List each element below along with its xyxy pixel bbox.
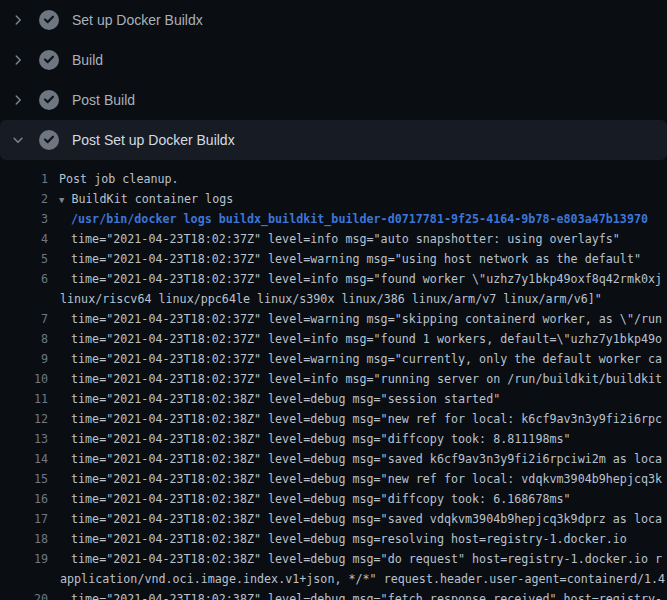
log-line-number[interactable]: 12 bbox=[0, 409, 48, 429]
step-row-set-up-docker-buildx[interactable]: Set up Docker Buildx bbox=[0, 0, 667, 40]
step-row-post-build[interactable]: Post Build bbox=[0, 80, 667, 120]
log-line-number[interactable]: 3 bbox=[0, 209, 48, 229]
log-line-number[interactable]: 9 bbox=[0, 349, 48, 369]
log-line-text: time="2021-04-23T18:02:38Z" level=debug … bbox=[71, 549, 662, 569]
log-row: 3/usr/bin/docker logs buildx_buildkit_bu… bbox=[0, 209, 667, 229]
log-line-number[interactable]: 4 bbox=[0, 229, 48, 249]
log-line-text: time="2021-04-23T18:02:37Z" level=warnin… bbox=[71, 309, 662, 329]
log-line-number[interactable]: 13 bbox=[0, 429, 48, 449]
log-line-number bbox=[0, 569, 48, 589]
step-row-post-set-up-docker-buildx[interactable]: Post Set up Docker Buildx bbox=[0, 120, 667, 160]
log-line-number[interactable]: 11 bbox=[0, 389, 48, 409]
log-row-wrap: linux/riscv64 linux/ppc64le linux/s390x … bbox=[0, 289, 667, 309]
log-line-text: time="2021-04-23T18:02:37Z" level=warnin… bbox=[71, 249, 641, 269]
log-line-number bbox=[0, 289, 48, 309]
log-row: 11time="2021-04-23T18:02:38Z" level=debu… bbox=[0, 389, 667, 409]
log-line-number[interactable]: 16 bbox=[0, 489, 48, 509]
log-line-text: time="2021-04-23T18:02:38Z" level=debug … bbox=[71, 489, 571, 509]
log-line-number[interactable]: 7 bbox=[0, 309, 48, 329]
log-line-number[interactable]: 1 bbox=[0, 169, 48, 189]
log-line-text: ▼BuildKit container logs bbox=[59, 189, 233, 209]
log-lines: 1Post job cleanup.2▼BuildKit container l… bbox=[0, 160, 667, 600]
log-row: 2▼BuildKit container logs bbox=[0, 189, 667, 209]
log-line-number[interactable]: 8 bbox=[0, 329, 48, 349]
log-line-text: linux/riscv64 linux/ppc64le linux/s390x … bbox=[60, 289, 602, 309]
log-line-text: Post job cleanup. bbox=[59, 169, 179, 189]
log-row: 9time="2021-04-23T18:02:37Z" level=warni… bbox=[0, 349, 667, 369]
log-line-text: time="2021-04-23T18:02:38Z" level=debug … bbox=[71, 429, 571, 449]
chevron-right-icon[interactable] bbox=[10, 92, 26, 108]
log-line-text: time="2021-04-23T18:02:37Z" level=info m… bbox=[71, 229, 620, 249]
log-row: 5time="2021-04-23T18:02:37Z" level=warni… bbox=[0, 249, 667, 269]
log-row: 8time="2021-04-23T18:02:37Z" level=info … bbox=[0, 329, 667, 349]
log-line-number[interactable]: 18 bbox=[0, 529, 48, 549]
log-line-text: time="2021-04-23T18:02:38Z" level=debug … bbox=[71, 589, 662, 600]
step-list: Set up Docker BuildxBuildPost BuildPost … bbox=[0, 0, 667, 160]
log-line-text: time="2021-04-23T18:02:38Z" level=debug … bbox=[71, 469, 662, 489]
workflow-log-pane: Set up Docker BuildxBuildPost BuildPost … bbox=[0, 0, 667, 600]
log-row: 6time="2021-04-23T18:02:37Z" level=info … bbox=[0, 269, 667, 289]
log-row: 16time="2021-04-23T18:02:38Z" level=debu… bbox=[0, 489, 667, 509]
log-row: 19time="2021-04-23T18:02:38Z" level=debu… bbox=[0, 549, 667, 569]
group-title[interactable]: BuildKit container logs bbox=[71, 192, 233, 206]
log-row: 10time="2021-04-23T18:02:37Z" level=info… bbox=[0, 369, 667, 389]
log-row: 1Post job cleanup. bbox=[0, 169, 667, 189]
log-command-text: /usr/bin/docker logs buildx_buildkit_bui… bbox=[71, 209, 648, 229]
log-row: 12time="2021-04-23T18:02:38Z" level=debu… bbox=[0, 409, 667, 429]
chevron-down-icon[interactable] bbox=[10, 132, 26, 148]
group-toggle-icon[interactable]: ▼ bbox=[59, 195, 64, 205]
log-row: 4time="2021-04-23T18:02:37Z" level=info … bbox=[0, 229, 667, 249]
log-line-text: time="2021-04-23T18:02:38Z" level=debug … bbox=[71, 409, 662, 429]
log-line-text: time="2021-04-23T18:02:37Z" level=info m… bbox=[71, 269, 662, 289]
log-line-text: time="2021-04-23T18:02:38Z" level=debug … bbox=[71, 449, 662, 469]
chevron-right-icon[interactable] bbox=[10, 12, 26, 28]
log-line-text: time="2021-04-23T18:02:37Z" level=warnin… bbox=[71, 349, 662, 369]
step-label: Set up Docker Buildx bbox=[72, 12, 203, 28]
log-line-text: time="2021-04-23T18:02:37Z" level=info m… bbox=[71, 369, 662, 389]
check-circle-icon bbox=[39, 10, 59, 30]
log-line-number[interactable]: 14 bbox=[0, 449, 48, 469]
log-line-number[interactable]: 6 bbox=[0, 269, 48, 289]
check-circle-icon bbox=[39, 130, 59, 150]
log-row: 13time="2021-04-23T18:02:38Z" level=debu… bbox=[0, 429, 667, 449]
log-line-number[interactable]: 10 bbox=[0, 369, 48, 389]
check-circle-icon bbox=[39, 90, 59, 110]
chevron-right-icon[interactable] bbox=[10, 52, 26, 68]
log-line-text: application/vnd.oci.image.index.v1+json,… bbox=[60, 569, 665, 589]
log-row: 20time="2021-04-23T18:02:38Z" level=debu… bbox=[0, 589, 667, 600]
log-row-wrap: application/vnd.oci.image.index.v1+json,… bbox=[0, 569, 667, 589]
step-label: Post Set up Docker Buildx bbox=[72, 132, 235, 148]
log-line-text: time="2021-04-23T18:02:38Z" level=debug … bbox=[71, 509, 662, 529]
step-label: Build bbox=[72, 52, 103, 68]
log-line-text: time="2021-04-23T18:02:38Z" level=debug … bbox=[71, 529, 627, 549]
check-circle-icon bbox=[39, 50, 59, 70]
log-line-number[interactable]: 17 bbox=[0, 509, 48, 529]
step-row-build[interactable]: Build bbox=[0, 40, 667, 80]
log-line-number[interactable]: 2 bbox=[0, 189, 48, 209]
log-line-number[interactable]: 15 bbox=[0, 469, 48, 489]
log-row: 15time="2021-04-23T18:02:38Z" level=debu… bbox=[0, 469, 667, 489]
log-line-number[interactable]: 19 bbox=[0, 549, 48, 569]
log-line-text: time="2021-04-23T18:02:38Z" level=debug … bbox=[71, 389, 500, 409]
log-row: 14time="2021-04-23T18:02:38Z" level=debu… bbox=[0, 449, 667, 469]
step-label: Post Build bbox=[72, 92, 135, 108]
log-line-number[interactable]: 5 bbox=[0, 249, 48, 269]
log-row: 7time="2021-04-23T18:02:37Z" level=warni… bbox=[0, 309, 667, 329]
log-row: 17time="2021-04-23T18:02:38Z" level=debu… bbox=[0, 509, 667, 529]
log-row: 18time="2021-04-23T18:02:38Z" level=debu… bbox=[0, 529, 667, 549]
log-line-text: time="2021-04-23T18:02:37Z" level=info m… bbox=[71, 329, 662, 349]
log-line-number[interactable]: 20 bbox=[0, 589, 48, 600]
